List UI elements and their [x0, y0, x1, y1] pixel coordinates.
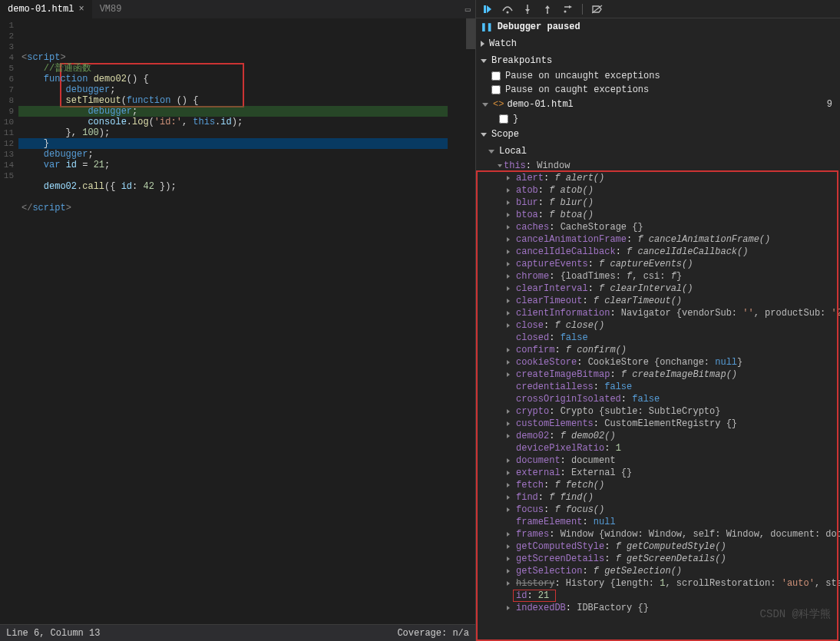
deactivate-breakpoints-icon[interactable] — [592, 4, 603, 15]
scope-property[interactable]: fetch: f fetch() — [476, 479, 840, 491]
scope-property[interactable]: chrome: {loadTimes: f, csi: f} — [476, 270, 840, 283]
coverage-status: Coverage: n/a — [397, 628, 469, 639]
this-row[interactable]: this: Window — [476, 160, 840, 172]
code-line[interactable] — [18, 170, 448, 181]
scope-property[interactable]: clientInformation: Navigator {vendorSub:… — [476, 307, 840, 319]
scope-property[interactable]: getSelection: f getSelection() — [476, 565, 840, 577]
scope-property[interactable]: find: f find() — [476, 491, 840, 504]
code-line[interactable]: debugger; — [18, 84, 448, 95]
code-line[interactable]: console.log('id:', this.id); — [18, 117, 448, 127]
svg-marker-1 — [487, 5, 491, 13]
scope-property[interactable]: indexedDB: IDBFactory {} — [476, 602, 840, 614]
editor-pane: demo-01.html × VM89 ▭ 123456789101112131… — [0, 0, 476, 641]
pause-caught-row[interactable]: Pause on caught exceptions — [476, 83, 840, 97]
scope-property[interactable]: demo02: f demo02() — [476, 430, 840, 442]
scope-property[interactable]: devicePixelRatio: 1 — [476, 442, 840, 454]
scope-property[interactable]: external: External {} — [476, 467, 840, 479]
step-out-icon[interactable] — [542, 4, 553, 15]
scope-property[interactable]: getScreenDetails: f getScreenDetails() — [476, 553, 840, 565]
code-line[interactable] — [18, 192, 448, 203]
scope-property[interactable]: crypto: Crypto {subtle: SubtleCrypto} — [476, 405, 840, 418]
local-scope-header[interactable]: Local — [476, 143, 840, 160]
step-over-icon[interactable] — [502, 4, 513, 15]
tab-vm89[interactable]: VM89 — [92, 0, 130, 18]
cursor-position: Line 6, Column 13 — [6, 628, 100, 639]
step-icon[interactable] — [562, 4, 573, 15]
scope-property[interactable]: cookieStore: CookieStore {onchange: null… — [476, 356, 840, 368]
scope-property[interactable]: crossOriginIsolated: false — [476, 393, 840, 405]
breakpoints-header[interactable]: Breakpoints — [476, 52, 840, 69]
svg-rect-0 — [484, 5, 486, 13]
scope-property[interactable]: btoa: f btoa() — [476, 209, 840, 221]
this-key: this — [504, 160, 526, 171]
scope-property[interactable]: captureEvents: f captureEvents() — [476, 258, 840, 270]
code-line[interactable]: demo02.call({ id: 42 }); — [18, 181, 448, 192]
code-line[interactable]: </script> — [18, 203, 448, 213]
scope-property[interactable]: blur: f blur() — [476, 197, 840, 209]
line-gutter: 123456789101112131415 — [0, 18, 18, 624]
code-line[interactable]: setTimeout(function () { — [18, 95, 448, 106]
this-value: Window — [537, 160, 570, 171]
breakpoint-snippet-row[interactable]: } — [476, 112, 840, 126]
code-area[interactable]: <script> //普通函数 function demo02() { debu… — [18, 18, 448, 624]
close-icon[interactable]: × — [78, 4, 84, 15]
minimap[interactable] — [448, 18, 466, 624]
scope-property[interactable]: caches: CacheStorage {} — [476, 221, 840, 233]
vertical-scrollbar[interactable] — [466, 18, 475, 624]
chevron-right-icon — [481, 41, 484, 47]
panel-layout-icon[interactable]: ▭ — [465, 4, 471, 15]
pause-uncaught-label: Pause on uncaught exceptions — [505, 71, 660, 81]
resume-icon[interactable] — [482, 4, 493, 15]
pause-uncaught-checkbox[interactable] — [491, 71, 501, 81]
svg-point-11 — [564, 10, 567, 12]
html-file-icon: <> — [493, 99, 504, 110]
code-line[interactable]: function demo02() { — [18, 74, 448, 84]
scope-property[interactable]: atob: f atob() — [476, 184, 840, 197]
breakpoint-checkbox[interactable] — [499, 114, 508, 124]
scope-property[interactable]: confirm: f confirm() — [476, 344, 840, 356]
scope-property[interactable]: credentialless: false — [476, 381, 840, 393]
code-line[interactable]: <script> — [18, 52, 448, 63]
code-line[interactable]: debugger; — [18, 149, 448, 160]
code-line[interactable]: }, 100); — [18, 127, 448, 138]
scope-property[interactable]: clearTimeout: f clearTimeout() — [476, 295, 840, 307]
code-editor[interactable]: 123456789101112131415 <script> //普通函数 fu… — [0, 18, 475, 624]
scope-property[interactable]: focus: f focus() — [476, 504, 840, 516]
scope-property[interactable]: cancelIdleCallback: f cancelIdleCallback… — [476, 246, 840, 258]
scope-property[interactable]: getComputedStyle: f getComputedStyle() — [476, 540, 840, 553]
code-line[interactable]: debugger; — [18, 106, 448, 117]
scope-property[interactable]: alert: f alert() — [476, 172, 840, 184]
scope-property[interactable]: createImageBitmap: f createImageBitmap() — [476, 368, 840, 381]
scope-property[interactable]: customElements: CustomElementRegistry {} — [476, 418, 840, 430]
scope-property[interactable]: frameElement: null — [476, 516, 840, 528]
breakpoint-file-header[interactable]: <> demo-01.html 9 — [476, 97, 840, 112]
scrollbar-thumb[interactable] — [466, 18, 475, 49]
scope-property[interactable]: close: f close() — [476, 319, 840, 332]
scope-property[interactable]: frames: Window {window: Window, self: Wi… — [476, 528, 840, 540]
breakpoint-snippet: } — [513, 114, 518, 124]
scope-property[interactable]: history: History {length: 1, scrollResto… — [476, 577, 840, 590]
code-line[interactable]: var id = 21; — [18, 160, 448, 170]
scope-property[interactable]: clearInterval: f clearInterval() — [476, 283, 840, 295]
code-line[interactable]: } — [18, 138, 448, 149]
paused-label: Debugger paused — [498, 21, 580, 32]
pause-uncaught-row[interactable]: Pause on uncaught exceptions — [476, 69, 840, 83]
tab-label: VM89 — [100, 4, 122, 15]
debugger-paused-header: ❚❚ Debugger paused — [476, 18, 840, 35]
chevron-down-icon — [481, 59, 487, 63]
chevron-down-icon — [481, 133, 487, 137]
pause-caught-checkbox[interactable] — [491, 85, 501, 94]
scope-property[interactable]: id: 21 — [476, 590, 840, 602]
scope-property[interactable]: cancelAnimationFrame: f cancelAnimationF… — [476, 233, 840, 246]
step-into-icon[interactable] — [522, 4, 533, 15]
tab-demo01[interactable]: demo-01.html × — [0, 0, 92, 18]
scope-property[interactable]: closed: false — [476, 332, 840, 344]
watch-header[interactable]: Watch — [476, 35, 840, 52]
scope-header[interactable]: Scope — [476, 126, 840, 143]
debugger-toolbar — [476, 0, 840, 18]
code-line[interactable]: //普通函数 — [18, 63, 448, 74]
status-bar: Line 6, Column 13 Coverage: n/a — [0, 624, 475, 641]
scope-properties[interactable]: this: Window alert: f alert()atob: f ato… — [476, 160, 840, 641]
scope-property[interactable]: document: document — [476, 454, 840, 467]
tab-bar: demo-01.html × VM89 ▭ — [0, 0, 475, 18]
